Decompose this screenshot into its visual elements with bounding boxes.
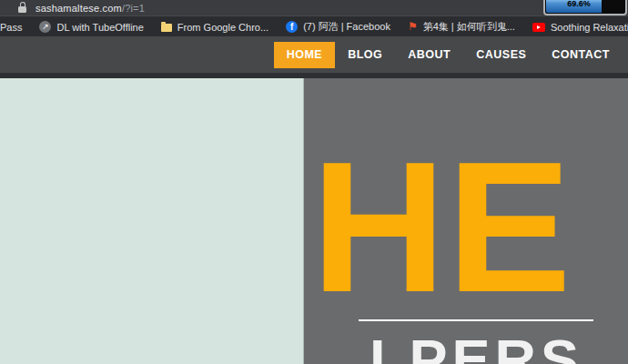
hero-title-line1: HE [311,133,572,319]
left-background-panel [0,78,304,364]
address-bar[interactable]: sashamaltese.com/?i=1 69.6% [0,0,628,15]
bookmark-episode4[interactable]: ⚑ 第4集 | 如何听到鬼... [408,20,515,34]
battery-indicator: 69.6% [543,0,627,15]
bookmark-label: (7) 阿浩 | Facebook [303,20,390,34]
bookmarks-bar: Pass DL with TubeOffline From Google Chr… [0,15,628,37]
page-content: HE LPERS [0,78,628,364]
url-domain: sashamaltese.com [35,3,122,14]
bookmark-soothing-relaxation[interactable]: Soothing Relaxatio... [532,22,628,33]
hero-panel: HE LPERS [304,78,628,364]
bookmark-label: DL with TubeOffline [56,22,143,33]
nav-item-blog[interactable]: BLOG [335,42,395,68]
site-nav: HOME BLOG ABOUT CAUSES CONTACT [274,42,623,68]
bookmark-label: Pass [0,22,22,33]
url-path: /?i=1 [122,3,145,14]
bookmark-from-google-chrome[interactable]: From Google Chro... [161,22,268,33]
hero-title-line2: LPERS [370,331,583,364]
site-header: HOME BLOG ABOUT CAUSES CONTACT [0,36,628,73]
hero-divider [359,319,593,321]
lock-icon[interactable] [18,6,26,13]
youtube-icon [532,23,545,32]
bookmark-pass[interactable]: Pass [0,22,22,33]
flag-icon: ⚑ [408,21,418,33]
bookmark-facebook[interactable]: (7) 阿浩 | Facebook [286,20,390,34]
nav-item-causes[interactable]: CAUSES [463,42,539,68]
nav-item-about[interactable]: ABOUT [395,42,463,68]
nav-item-home[interactable]: HOME [274,42,336,68]
bookmark-label: Soothing Relaxatio... [551,22,628,33]
bookmark-label: 第4集 | 如何听到鬼... [423,20,515,34]
facebook-icon [286,21,298,33]
bookmark-tubeoffline[interactable]: DL with TubeOffline [39,21,143,33]
bookmark-label: From Google Chro... [177,22,268,33]
folder-icon [161,24,172,32]
battery-percent: 69.6% [545,0,613,8]
url-text[interactable]: sashamaltese.com/?i=1 [35,3,145,14]
globe-arrow-icon [39,21,51,33]
nav-item-contact[interactable]: CONTACT [539,42,623,68]
